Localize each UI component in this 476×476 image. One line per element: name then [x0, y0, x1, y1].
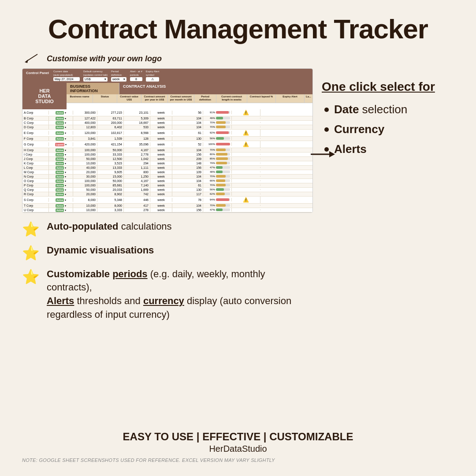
status-arrow: ▾: [65, 112, 66, 114]
cell-lapsed: 47%: [203, 166, 232, 169]
main-title: Contract Management Tracker: [22, 13, 454, 45]
cell-lapsed-pct: 91%: [205, 111, 215, 114]
progress-bar: [216, 137, 230, 140]
control-panel-label: Control Panel: [26, 70, 49, 75]
cell-year: 13,333: [97, 166, 124, 170]
cell-lapsed-pct: 62%: [205, 193, 215, 195]
cell-month: 5,309: [124, 116, 150, 120]
cp-expiry-label: Expiry Alertsymbol: [146, 70, 159, 77]
table-row: I Corp Active ▾ 100,000 33,333 2,778 wee…: [22, 152, 312, 157]
cp-currency-value: US$ ▾: [83, 77, 108, 82]
cell-lapsed-pct: 70%: [205, 175, 215, 178]
cell-alert: [232, 126, 260, 127]
cell-period: week: [150, 188, 172, 192]
star-icon-1: ⭐: [22, 221, 40, 238]
table-row: O Corp Active ▾ 100,000 50,000 4,167 wee…: [22, 179, 312, 183]
cell-extra: [260, 171, 312, 172]
cell-lapsed-pct: 56%: [205, 137, 215, 140]
bullet-currency: [324, 127, 329, 132]
cell-period: week: [150, 170, 172, 174]
cell-status: Active ▾: [49, 111, 73, 115]
cell-period: week: [150, 142, 172, 146]
cell-status: Active ▾: [49, 204, 73, 208]
cell-lapsed-pct: 48%: [205, 171, 215, 173]
col-year: Contract amount per year in US$: [141, 94, 168, 103]
cell-lapsed-pct: 79%: [205, 162, 215, 164]
cell-extra: [260, 144, 312, 145]
cell-length: 156: [172, 208, 203, 212]
cell-period: week: [150, 148, 172, 152]
cell-status: Active ▾: [49, 198, 73, 202]
cp-currency-label: Default currency(updates control tab): [83, 70, 108, 77]
cell-lapsed: 92%: [203, 131, 232, 134]
control-panel-bar: Control Panel Current date(auto-populate…: [22, 69, 312, 83]
right-column: One click select for Date selection Curr…: [322, 53, 454, 423]
cell-alert: [232, 118, 260, 119]
status-badge: Active: [56, 157, 64, 161]
footer-tagline: EASY TO USE | EFFECTIVE | CUSTOMIZABLE: [22, 431, 454, 443]
one-click-currency-text: Currency: [334, 123, 384, 136]
status-badge: Active: [56, 149, 64, 152]
status-badge: Active: [56, 126, 64, 129]
cell-year: 6,402: [97, 125, 124, 129]
cell-alert: [232, 189, 260, 190]
star-icon-3: ⭐: [22, 268, 40, 285]
cell-month: 446: [124, 198, 150, 202]
table-row: G Corp Lapsed ▾ 420,000 421,154 35,096 w…: [22, 141, 312, 148]
cell-period: week: [150, 137, 172, 141]
progress-fill: [216, 121, 226, 124]
progress-bar: [216, 162, 230, 164]
status-badge: Active: [56, 179, 64, 183]
cell-cv: 420,000: [73, 142, 97, 146]
cell-alert: ⚠️: [232, 141, 260, 148]
cell-extra: [260, 149, 312, 150]
status-badge: Active: [56, 117, 64, 120]
cell-year: 12,500: [97, 157, 124, 161]
cell-length: 156: [172, 152, 203, 156]
content-area: Customise with your own logo Control Pan…: [22, 53, 454, 423]
cell-alert: [232, 205, 260, 206]
cell-extra: [260, 185, 312, 186]
cell-period: week: [150, 121, 172, 125]
cell-name: K Corp: [22, 161, 49, 165]
status-arrow: ▾: [65, 132, 66, 134]
right-arrow-indicator: [311, 148, 337, 163]
progress-bar: [216, 157, 230, 160]
cell-status: Active ▾: [49, 166, 73, 170]
cell-year: 3,523: [97, 161, 124, 165]
cell-cv: 40,000: [73, 166, 97, 170]
cell-month: 7,140: [124, 183, 150, 187]
cell-length: 130: [172, 188, 203, 192]
logo-cell: HERDATASTUDIO: [22, 83, 67, 109]
cell-lapsed: 80%: [203, 152, 232, 156]
cell-extra: [260, 167, 312, 168]
col-status: Status: [93, 94, 117, 103]
footer-brand: HerDataStudio: [22, 444, 454, 454]
table-row: M Corp Active ▾ 20,000 9,605 800 week 10…: [22, 170, 312, 175]
cell-alert: ⚠️: [232, 130, 260, 136]
table-row: U Corp Active ▾ 10,000 3,333 278 week 15…: [22, 208, 312, 212]
bullet-date: [324, 108, 329, 112]
cp-period-field: Perioddefinition week ▾: [111, 70, 126, 82]
cell-lapsed-pct: 70%: [205, 126, 215, 128]
cell-lapsed: 62%: [203, 192, 232, 196]
cell-name: R Corp: [22, 192, 49, 196]
cell-month: 533: [124, 125, 150, 129]
cell-period: week: [150, 125, 172, 129]
cell-month: 128: [124, 137, 150, 141]
status-arrow: ▾: [65, 209, 66, 212]
progress-fill: [216, 131, 229, 134]
cell-lapsed-pct: 47%: [205, 166, 215, 169]
section-header-area: BUSINESS INFORMATION CONTRACT ANALYSIS B…: [67, 83, 312, 109]
status-arrow: ▾: [65, 162, 66, 165]
status-arrow: ▾: [65, 126, 66, 129]
cell-alert: ⚠️: [232, 109, 260, 116]
status-badge: Active: [56, 162, 64, 165]
table-row: S Corp Active ▾ 8,000 5,348 446 week 78 …: [22, 197, 312, 204]
progress-fill: [216, 117, 223, 119]
cell-cv: 12,803: [73, 125, 97, 129]
progress-bar: [216, 193, 230, 195]
alert-icon: ⚠️: [243, 130, 249, 135]
cell-extra: [260, 209, 312, 210]
cell-period: week: [150, 179, 172, 183]
